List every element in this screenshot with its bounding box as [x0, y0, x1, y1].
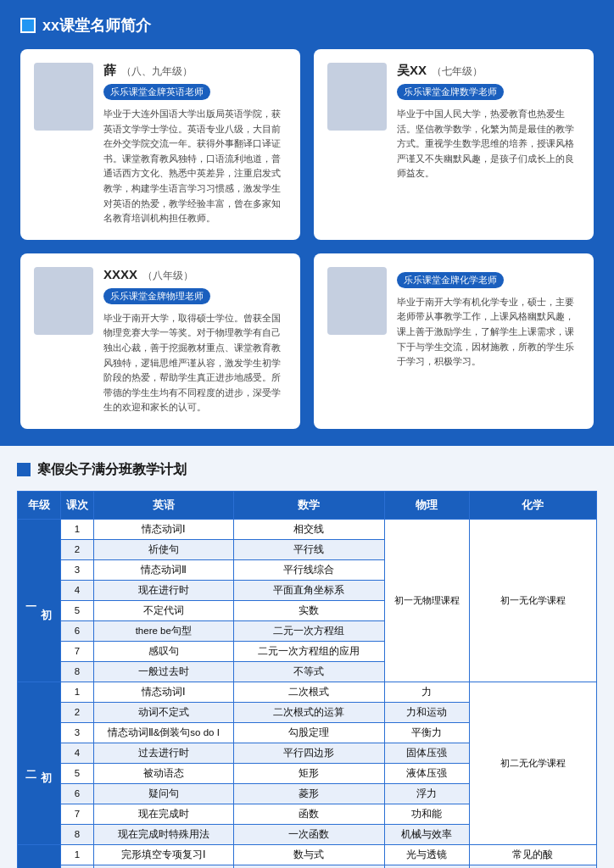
- lesson-num: 2: [60, 865, 93, 868]
- teacher-grade-2: （七年级）: [432, 64, 483, 79]
- teacher-avatar-4: [327, 267, 387, 335]
- physics-cell: 液体压强: [385, 763, 469, 783]
- physics-cell: 功和能: [385, 804, 469, 824]
- schedule-table: 年级 课次 英语 数学 物理 化学 初一 1 情态动词Ⅰ 相交线 初一无物理课程…: [17, 491, 597, 868]
- math-cell: 矩形: [233, 763, 385, 783]
- lesson-num: 1: [60, 844, 93, 865]
- col-lesson: 课次: [60, 491, 93, 519]
- chemistry-cell: 常见的酸: [469, 844, 596, 865]
- teacher-badge-2: 乐乐课堂金牌数学老师: [397, 84, 504, 100]
- table-row: 初三 1 完形填空专项复习Ⅰ 数与式 光与透镜 常见的酸: [18, 844, 597, 865]
- grade-cell-2: 初二: [18, 682, 61, 844]
- lesson-num: 7: [60, 804, 93, 824]
- lesson-num: 3: [60, 559, 93, 580]
- english-cell: 情态动词Ⅰ: [93, 519, 233, 539]
- english-cell: 祈使句: [93, 539, 233, 559]
- math-cell: 平面直角坐标系: [233, 580, 385, 600]
- physics-cell: 力和运动: [385, 702, 469, 722]
- col-math: 数学: [233, 491, 385, 519]
- math-cell: 相交线: [233, 519, 385, 539]
- physics-cell: 声和运动: [385, 865, 469, 868]
- teachers-section: 薛 （八、九年级） 乐乐课堂金牌英语老师 毕业于大连外国语大学出版局英语学院，获…: [0, 49, 614, 446]
- physics-cell: 平衡力: [385, 722, 469, 743]
- math-cell: 二元一次方程组的应用: [233, 641, 385, 661]
- math-cell: 实数: [233, 600, 385, 620]
- table-header-row: 年级 课次 英语 数学 物理 化学: [18, 491, 597, 519]
- math-cell: 平行四边形: [233, 743, 385, 763]
- grade-cell-1: 初一: [18, 519, 61, 682]
- math-cell: 二元一次方程组: [233, 620, 385, 641]
- english-cell: 过去进行时: [93, 743, 233, 763]
- teacher-card-1: 薛 （八、九年级） 乐乐课堂金牌英语老师 毕业于大连外国语大学出版局英语学院，获…: [20, 49, 300, 240]
- english-cell: 现在完成时特殊用法: [93, 824, 233, 844]
- teacher-info-2: 吴XX （七年级） 乐乐课堂金牌数学老师 毕业于中国人民大学，热爱教育也热爱生活…: [397, 63, 580, 181]
- teacher-avatar-2: [327, 63, 387, 131]
- teachers-grid: 薛 （八、九年级） 乐乐课堂金牌英语老师 毕业于大连外国语大学出版局英语学院，获…: [20, 49, 594, 429]
- english-cell: 不定代词: [93, 600, 233, 620]
- col-physics: 物理: [385, 491, 469, 519]
- schedule-title-text: 寒假尖子满分班教学计划: [37, 461, 187, 479]
- teacher-desc-3: 毕业于南开大学，取得硕士学位。曾获全国物理竞赛大学一等奖。对于物理教学有自己独出…: [103, 311, 287, 415]
- chemistry-cell: 常见的碱: [469, 865, 596, 868]
- math-cell: 二次根式的运算: [233, 702, 385, 722]
- english-cell: 疑问句: [93, 783, 233, 804]
- math-cell: 不等式: [233, 661, 385, 682]
- page-title-text: xx课堂名师简介: [42, 15, 151, 36]
- english-cell: 现在进行时: [93, 580, 233, 600]
- teacher-info-4: 乐乐课堂金牌化学老师 毕业于南开大学有机化学专业，硕士，主要老师带从事教学工作，…: [397, 267, 580, 370]
- math-cell: 一次函数: [233, 824, 385, 844]
- lesson-num: 5: [60, 600, 93, 620]
- lesson-num: 4: [60, 580, 93, 600]
- english-cell: 被动语态: [93, 763, 233, 783]
- lesson-num: 2: [60, 702, 93, 722]
- lesson-num: 6: [60, 783, 93, 804]
- teacher-grade-1: （八、九年级）: [121, 64, 193, 79]
- english-cell: 感叹句: [93, 641, 233, 661]
- lesson-num: 1: [60, 682, 93, 702]
- teacher-card-3: XXXX （八年级） 乐乐课堂金牌物理老师 毕业于南开大学，取得硕士学位。曾获全…: [20, 253, 300, 429]
- lesson-num: 6: [60, 620, 93, 641]
- lesson-num: 1: [60, 519, 93, 539]
- english-cell: 现在完成时: [93, 804, 233, 824]
- col-chemistry: 化学: [469, 491, 596, 519]
- teacher-card-2: 吴XX （七年级） 乐乐课堂金牌数学老师 毕业于中国人民大学，热爱教育也热爱生活…: [314, 49, 594, 240]
- lesson-num: 8: [60, 824, 93, 844]
- english-cell: 情态动词Ⅱ: [93, 559, 233, 580]
- teacher-avatar-3: [34, 267, 93, 335]
- english-cell: 完形填空专项复习Ⅰ: [93, 844, 233, 865]
- table-row: 2 阅读理解专项复习Ⅰ 方程（组）与不等式（组） 声和运动 常见的碱: [18, 865, 597, 868]
- teacher-desc-2: 毕业于中国人民大学，热爱教育也热爱生活。坚信教学数学，化繁为简是最佳的教学方式。…: [397, 107, 580, 181]
- math-cell: 勾股定理: [233, 722, 385, 743]
- lesson-num: 8: [60, 661, 93, 682]
- chemistry-cell-g1: 初一无化学课程: [469, 519, 596, 682]
- table-row: 初一 1 情态动词Ⅰ 相交线 初一无物理课程 初一无化学课程: [18, 519, 597, 539]
- teacher-badge-4: 乐乐课堂金牌化学老师: [397, 272, 504, 288]
- math-cell: 方程（组）与不等式（组）: [233, 865, 385, 868]
- chemistry-cell-g2: 初二无化学课程: [469, 682, 596, 844]
- teacher-avatar-1: [34, 63, 93, 131]
- header-section: xx课堂名师简介: [0, 0, 614, 49]
- teacher-name-2: 吴XX: [397, 63, 427, 79]
- teacher-badge-1: 乐乐课堂金牌英语老师: [103, 84, 210, 100]
- math-cell: 二次根式: [233, 682, 385, 702]
- physics-cell-g1: 初一无物理课程: [385, 519, 469, 682]
- english-cell: 阅读理解专项复习Ⅰ: [93, 865, 233, 868]
- physics-cell: 力: [385, 682, 469, 702]
- teacher-info-1: 薛 （八、九年级） 乐乐课堂金牌英语老师 毕业于大连外国语大学出版局英语学院，获…: [103, 63, 287, 226]
- english-cell: 情态动词Ⅱ&倒装句so do I: [93, 722, 233, 743]
- teacher-info-3: XXXX （八年级） 乐乐课堂金牌物理老师 毕业于南开大学，取得硕士学位。曾获全…: [103, 267, 287, 415]
- math-cell: 菱形: [233, 783, 385, 804]
- schedule-title: 寒假尖子满分班教学计划: [17, 461, 597, 479]
- lesson-num: 3: [60, 722, 93, 743]
- lesson-num: 7: [60, 641, 93, 661]
- page-wrapper: xx课堂名师简介 薛 （八、九年级） 乐乐课堂金牌英语老师 毕业于大连外国语大学…: [0, 0, 614, 868]
- physics-cell: 固体压强: [385, 743, 469, 763]
- physics-cell: 浮力: [385, 783, 469, 804]
- math-cell: 平行线综合: [233, 559, 385, 580]
- teacher-badge-3: 乐乐课堂金牌物理老师: [103, 288, 210, 304]
- english-cell: there be句型: [93, 620, 233, 641]
- math-cell: 函数: [233, 804, 385, 824]
- page-title: xx课堂名师简介: [20, 15, 594, 36]
- english-cell: 一般过去时: [93, 661, 233, 682]
- math-cell: 平行线: [233, 539, 385, 559]
